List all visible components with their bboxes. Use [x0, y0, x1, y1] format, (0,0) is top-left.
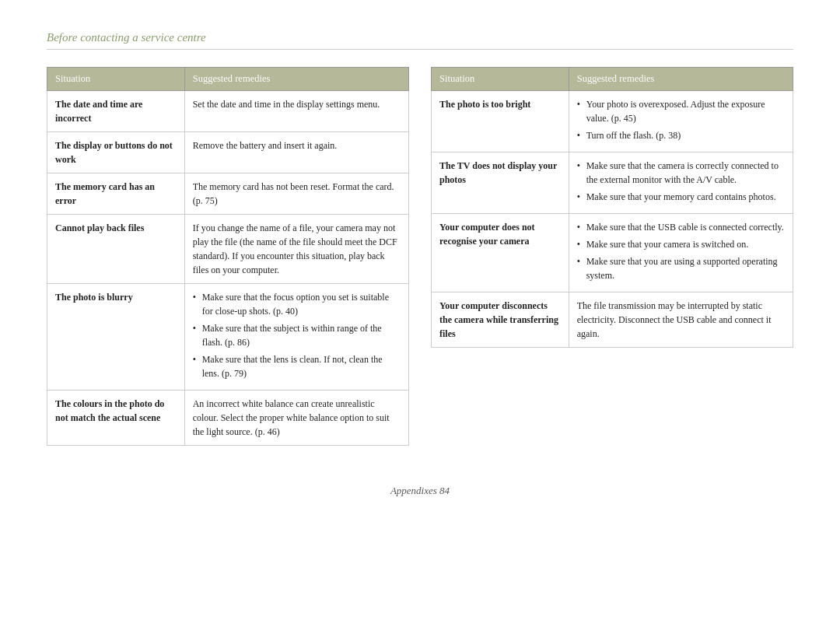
situation-cell: The photo is blurry — [47, 284, 185, 391]
title-divider — [47, 49, 793, 50]
list-item: Make sure that your memory card contains… — [577, 190, 785, 204]
list-item: Make sure that the subject is within ran… — [193, 321, 401, 349]
list-item: Make sure that the focus option you set … — [193, 290, 401, 318]
remedy-cell: Make sure that the USB cable is connecte… — [569, 214, 793, 292]
table-row: The colours in the photo do not match th… — [47, 391, 409, 446]
right-table: Situation Suggested remedies The photo i… — [431, 67, 793, 348]
table-row: Your computer does not recognise your ca… — [432, 214, 793, 292]
situation-cell: The photo is too bright — [432, 91, 569, 152]
remedy-cell: Make sure that the camera is correctly c… — [569, 152, 793, 214]
left-table-section: Situation Suggested remedies The date an… — [47, 67, 409, 446]
remedy-cell: Your photo is overexposed. Adjust the ex… — [569, 91, 793, 152]
right-header-remedies: Suggested remedies — [569, 68, 793, 91]
situation-cell: The display or buttons do not work — [47, 132, 185, 173]
remedy-cell: Make sure that the focus option you set … — [184, 284, 408, 391]
table-row: The photo is too brightYour photo is ove… — [432, 91, 793, 152]
right-header-situation: Situation — [432, 68, 569, 91]
table-row: The photo is blurryMake sure that the fo… — [47, 284, 409, 391]
table-row: The date and time are incorrectSet the d… — [47, 91, 409, 132]
remedy-cell: The memory card has not been reset. Form… — [184, 173, 408, 215]
tables-wrapper: Situation Suggested remedies The date an… — [47, 67, 793, 446]
right-table-section: Situation Suggested remedies The photo i… — [431, 67, 793, 348]
situation-cell: The memory card has an error — [47, 173, 185, 215]
table-row: Cannot play back filesIf you change the … — [47, 215, 409, 284]
situation-cell: Cannot play back files — [47, 215, 185, 284]
table-row: Your computer disconnects the camera whi… — [432, 292, 793, 348]
list-item: Your photo is overexposed. Adjust the ex… — [577, 97, 785, 125]
remedy-cell: An incorrect white balance can create un… — [184, 391, 408, 446]
remedy-cell: The file transmission may be interrupted… — [569, 292, 793, 348]
list-item: Turn off the flash. (p. 38) — [577, 128, 785, 142]
page-title: Before contacting a service centre — [47, 31, 793, 44]
table-row: The TV does not display your photosMake … — [432, 152, 793, 214]
left-table: Situation Suggested remedies The date an… — [47, 67, 409, 446]
remedy-cell: Remove the battery and insert it again. — [184, 132, 408, 173]
table-row: The memory card has an errorThe memory c… — [47, 173, 409, 215]
situation-cell: The TV does not display your photos — [432, 152, 569, 214]
list-item: Make sure that the USB cable is connecte… — [577, 220, 785, 234]
page-footer: Appendixes 84 — [47, 485, 793, 497]
list-item: Make sure that the camera is correctly c… — [577, 159, 785, 187]
left-header-remedies: Suggested remedies — [184, 68, 408, 91]
remedy-cell: Set the date and time in the display set… — [184, 91, 408, 132]
situation-cell: Your computer does not recognise your ca… — [432, 214, 569, 292]
left-header-situation: Situation — [47, 68, 185, 91]
situation-cell: The colours in the photo do not match th… — [47, 391, 185, 446]
list-item: Make sure that your camera is switched o… — [577, 237, 785, 251]
table-row: The display or buttons do not workRemove… — [47, 132, 409, 173]
remedy-cell: If you change the name of a file, your c… — [184, 215, 408, 284]
situation-cell: The date and time are incorrect — [47, 91, 185, 132]
situation-cell: Your computer disconnects the camera whi… — [432, 292, 569, 348]
list-item: Make sure that you are using a supported… — [577, 254, 785, 282]
list-item: Make sure that the lens is clean. If not… — [193, 352, 401, 380]
